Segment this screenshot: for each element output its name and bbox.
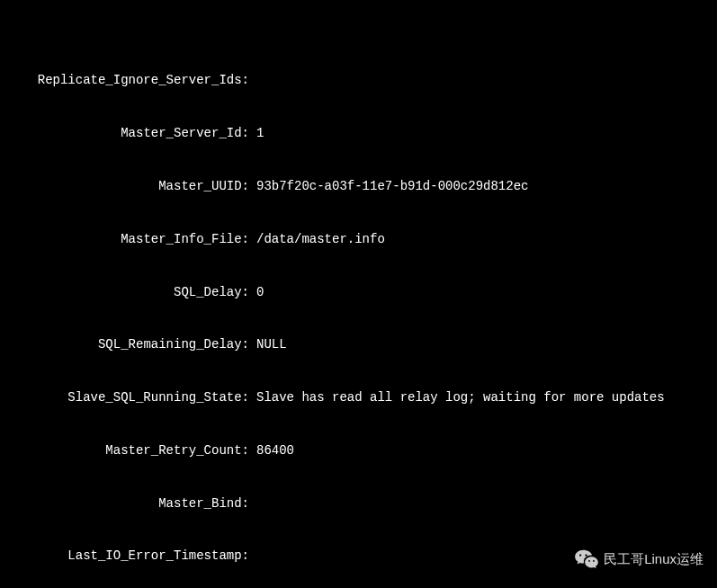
status-value: 86400 — [249, 442, 294, 460]
status-label: Master_UUID: — [2, 178, 249, 196]
status-label: Master_Server_Id: — [2, 125, 249, 143]
status-row: Slave_SQL_Running_State:Slave has read a… — [2, 389, 715, 407]
terminal-output: Replicate_Ignore_Server_Ids: Master_Serv… — [2, 2, 715, 588]
status-row: Master_UUID:93b7f20c-a03f-11e7-b91d-000c… — [2, 178, 715, 196]
status-row: Master_Info_File:/data/master.info — [2, 231, 715, 249]
status-label: Slave_SQL_Running_State: — [2, 389, 249, 407]
status-label: Master_Info_File: — [2, 231, 249, 249]
status-label: Replicate_Ignore_Server_Ids: — [2, 72, 249, 90]
watermark: 民工哥Linux运维 — [575, 548, 704, 568]
status-row: Master_Bind: — [2, 495, 715, 513]
status-row: SQL_Remaining_Delay:NULL — [2, 336, 715, 354]
status-value: NULL — [249, 336, 287, 354]
watermark-text: 民工哥Linux运维 — [604, 549, 704, 568]
status-value — [249, 72, 256, 90]
status-value: /data/master.info — [249, 231, 385, 249]
status-value: 93b7f20c-a03f-11e7-b91d-000c29d812ec — [249, 178, 528, 196]
status-value: 0 — [249, 284, 264, 302]
status-value — [249, 495, 256, 513]
status-label: SQL_Delay: — [2, 284, 249, 302]
status-label: Master_Retry_Count: — [2, 442, 249, 460]
status-row: SQL_Delay:0 — [2, 284, 715, 302]
status-row: Master_Server_Id:1 — [2, 125, 715, 143]
status-label: Last_IO_Error_Timestamp: — [2, 548, 249, 566]
status-row: Replicate_Ignore_Server_Ids: — [2, 72, 715, 90]
status-label: SQL_Remaining_Delay: — [2, 336, 249, 354]
status-row: Master_Retry_Count:86400 — [2, 442, 715, 460]
status-value — [249, 548, 256, 566]
wechat-icon — [575, 548, 598, 568]
status-value: Slave has read all relay log; waiting fo… — [249, 389, 665, 407]
status-value: 1 — [249, 125, 264, 143]
status-label: Master_Bind: — [2, 495, 249, 513]
slave-status-section: Replicate_Ignore_Server_Ids: Master_Serv… — [2, 37, 715, 588]
